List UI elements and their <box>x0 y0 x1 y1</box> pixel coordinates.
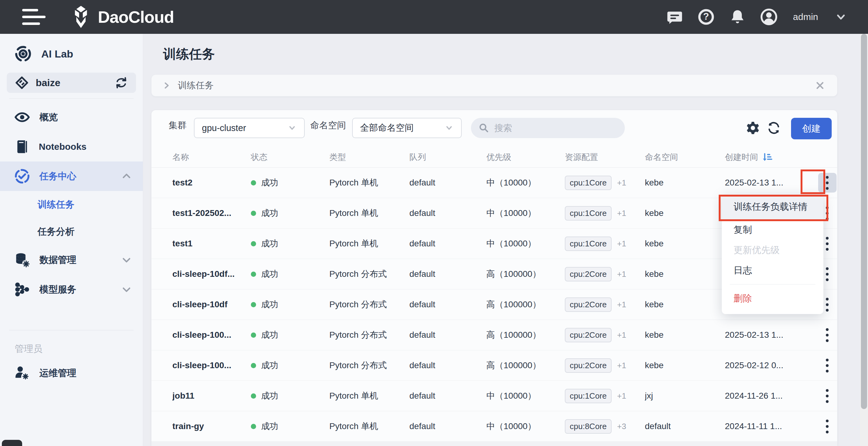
sidebar-item-label: Notebooks <box>39 141 87 152</box>
job-name[interactable]: test2 <box>173 178 251 187</box>
user-menu-chevron-down-icon[interactable] <box>832 8 849 26</box>
row-actions-button[interactable] <box>818 355 837 375</box>
sidebar-item-ops-management[interactable]: 运维管理 <box>0 358 143 388</box>
workspace-switch-icon[interactable] <box>115 76 128 90</box>
job-status: 成功 <box>251 238 329 249</box>
close-icon[interactable] <box>813 79 827 92</box>
job-actions <box>817 386 837 406</box>
job-priority: 中（10000） <box>486 390 565 402</box>
brand-logo: DaoCloud <box>71 6 174 28</box>
cluster-select[interactable]: gpu-cluster <box>194 118 305 138</box>
resource-tag: cpu:2Core <box>565 358 612 373</box>
sidebar-item-model-services[interactable]: 模型服务 <box>0 275 143 304</box>
book-icon <box>14 139 30 155</box>
help-icon[interactable]: ? <box>698 8 715 26</box>
resource-tag: cpu:8Core <box>565 419 612 434</box>
workspace-icon <box>15 76 29 90</box>
row-actions-button[interactable] <box>818 386 837 406</box>
messages-icon[interactable] <box>666 8 683 26</box>
table-header: 名称状态类型队列优先级资源配置命名空间创建时间 <box>151 147 837 168</box>
job-created-time: 2024-11-26 1... <box>725 391 817 401</box>
job-type: Pytorch 单机 <box>329 177 409 188</box>
create-button[interactable]: 创建 <box>791 118 832 139</box>
namespace-select[interactable]: 全部命名空间 <box>352 118 462 138</box>
job-priority: 中（10000） <box>486 207 565 219</box>
user-gear-icon <box>14 365 30 381</box>
job-name[interactable]: cli-sleep-10df... <box>173 269 251 279</box>
menu-item[interactable]: 删除 <box>722 288 824 309</box>
status-label: 成功 <box>261 420 278 432</box>
job-queue: default <box>409 421 486 431</box>
status-label: 成功 <box>261 177 278 188</box>
menu-divider <box>730 284 815 284</box>
refresh-icon[interactable] <box>764 118 784 138</box>
menu-item: 更新优先级 <box>722 240 824 260</box>
job-resources: cpu:1Core +1 <box>565 206 645 220</box>
sidebar-subitem-task-analysis[interactable]: 任务分析 <box>0 218 143 245</box>
column-header: 类型 <box>329 151 409 163</box>
job-actions <box>817 416 837 436</box>
job-type: Pytorch 单机 <box>329 420 409 432</box>
status-label: 成功 <box>261 268 278 280</box>
status-dot <box>251 333 256 338</box>
daocloud-logo-icon <box>71 6 91 28</box>
sidebar-item-label: 任务中心 <box>39 170 76 183</box>
workspace-selector[interactable]: baize <box>7 73 136 93</box>
column-header[interactable]: 创建时间 <box>725 151 817 163</box>
chevron-down-icon <box>121 284 132 295</box>
row-actions-button[interactable] <box>818 173 837 193</box>
resource-extra: +1 <box>617 209 626 218</box>
model-nodes-icon <box>14 281 30 298</box>
resource-tag: cpu:2Core <box>565 298 612 312</box>
job-name[interactable]: train-gy <box>173 421 251 431</box>
job-namespace: kebe <box>645 269 725 279</box>
sidebar-item-overview[interactable]: 概览 <box>0 102 143 132</box>
job-name[interactable]: cli-sleep-100... <box>173 361 251 370</box>
sidebar-product[interactable]: AI Lab <box>0 34 143 71</box>
sidebar-item-label: 概览 <box>39 111 58 124</box>
job-priority: 中（10000） <box>486 177 565 188</box>
job-queue: default <box>409 300 486 309</box>
job-name[interactable]: job11 <box>173 391 251 401</box>
job-queue: default <box>409 330 486 340</box>
scrollbar[interactable] <box>861 34 867 409</box>
resource-tag: cpu:1Core <box>565 206 612 220</box>
sidebar: AI Lab baize 概览 Notebooks 任务中心 训练任务 任务分析 <box>0 34 143 446</box>
user-avatar[interactable] <box>760 8 777 26</box>
row-actions-button[interactable] <box>818 325 837 345</box>
job-priority: 高（100000） <box>486 329 565 341</box>
job-name[interactable]: test1-202502... <box>173 208 251 218</box>
status-dot <box>251 363 256 368</box>
sidebar-item-data-management[interactable]: 数据管理 <box>0 245 143 275</box>
status-dot <box>251 302 256 307</box>
resource-extra: +1 <box>617 330 626 340</box>
sidebar-subitem-training-jobs[interactable]: 训练任务 <box>0 191 143 218</box>
ai-lab-icon <box>14 45 32 63</box>
sidebar-item-notebooks[interactable]: Notebooks <box>0 132 143 162</box>
job-namespace: kebe <box>645 208 725 218</box>
job-created-time: 2025-02-13 1... <box>725 330 817 340</box>
job-queue: default <box>409 208 486 218</box>
status-label: 成功 <box>261 329 278 341</box>
menu-item[interactable]: 日志 <box>722 260 824 280</box>
job-actions <box>817 355 837 375</box>
status-label: 成功 <box>261 207 278 219</box>
row-actions-button[interactable] <box>818 416 837 436</box>
sort-desc-icon[interactable] <box>762 152 772 162</box>
job-name[interactable]: cli-sleep-10df <box>173 300 251 309</box>
job-name[interactable]: cli-sleep-100... <box>173 330 251 340</box>
table-settings-gear-icon[interactable] <box>743 118 763 138</box>
menu-item[interactable]: 复制 <box>722 219 824 240</box>
search-input[interactable] <box>494 123 611 133</box>
sidebar-item-task-center[interactable]: 任务中心 <box>0 162 143 191</box>
notifications-icon[interactable] <box>729 8 746 26</box>
job-name[interactable]: test1 <box>173 239 251 248</box>
filter-bar: 集群 gpu-cluster 命名空间 全部命名空间 创建 <box>151 110 837 147</box>
status-label: 成功 <box>261 359 278 371</box>
menu-toggle-button[interactable] <box>0 0 34 34</box>
svg-text:?: ? <box>703 11 709 22</box>
menu-item[interactable]: 训练任务负载详情 <box>722 194 824 219</box>
chevron-down-icon <box>287 123 297 133</box>
resource-tag: cpu:1Core <box>565 237 612 251</box>
breadcrumb-chevron-icon <box>162 81 171 90</box>
